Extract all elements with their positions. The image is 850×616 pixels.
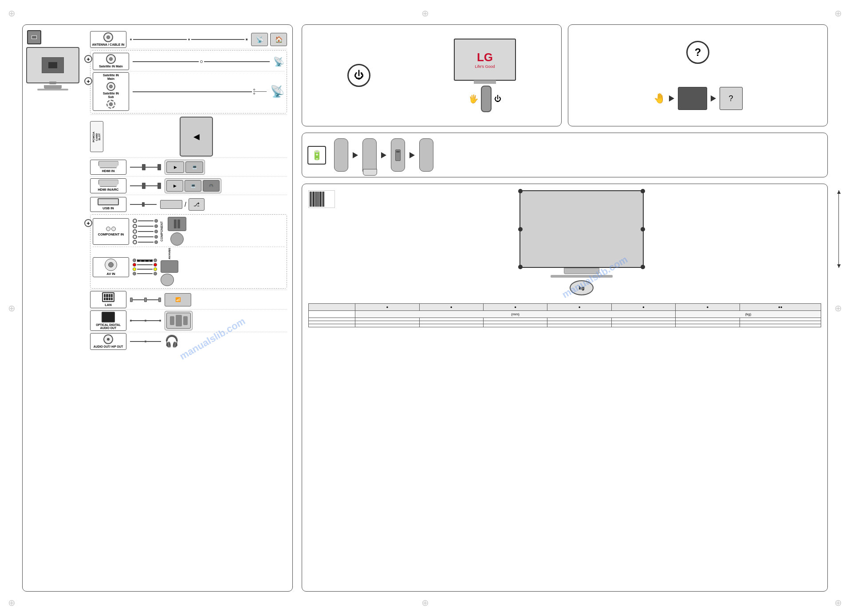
component-row: COMPONENT IN COMPONENT	[93, 216, 284, 247]
av-in-port-label: AV IN	[93, 257, 129, 277]
subheader-kg: (kg)	[676, 311, 821, 318]
usb-port-label: USB IN	[90, 197, 126, 212]
row1-col6	[676, 318, 740, 321]
setup-arrow-1	[669, 95, 674, 102]
header-col-2: ●	[419, 304, 483, 311]
antenna-cable	[130, 39, 248, 40]
power-button-icon: ⏻	[347, 64, 370, 87]
lan-port-label: LAN	[90, 291, 126, 308]
remote-opening	[362, 138, 377, 172]
tv-screen	[26, 47, 79, 83]
tv-dim-stand	[564, 268, 599, 274]
usb-cable	[130, 202, 157, 207]
hdmi-devices: ▶ 💻	[165, 160, 205, 175]
initial-setup-box: ? 🤚 ?	[568, 24, 828, 126]
tv-dim-screen	[519, 190, 644, 268]
remote-closed	[334, 138, 348, 172]
tv-display-screen: LG Life's Good	[454, 39, 516, 81]
row1-col7	[740, 318, 821, 321]
reg-mark-bl: ⊕	[8, 597, 16, 608]
reg-mark-tl: ⊕	[8, 8, 16, 19]
header-col-6: ●	[676, 304, 740, 311]
remote-closed-2	[419, 138, 433, 172]
component-vertical-label: COMPONENT	[160, 221, 163, 242]
scale-display: kg	[570, 280, 594, 295]
satellite-group: + Satellite IN Main 📡	[90, 50, 287, 114]
usb-hub-icon: ⎇	[189, 198, 205, 211]
setup-arrow-2	[711, 95, 716, 102]
optical-port-label: OPTICAL DIGITAL AUDIO OUT	[90, 310, 126, 331]
av-in-row: AV IN AV/AVBS	[93, 247, 284, 287]
av-device	[161, 274, 174, 286]
bluray-player: ▶	[166, 161, 184, 173]
satellite-cable	[133, 60, 270, 63]
lan-row: LAN 📶	[90, 290, 287, 309]
remote-battery-box: 🔋	[302, 133, 828, 177]
satellite-main-port: Satellite INMain Satellite INSub	[93, 72, 129, 111]
page: ⊕ ⊕ ⊕ ⊕ ⊕ ⊕ ⊕ ⊕ manualslib.com manualsli…	[0, 0, 850, 616]
tv-lg-stand	[474, 80, 496, 84]
hdmi-arc-devices: ▶ 💻 🎮	[165, 178, 221, 193]
lg-tagline: Life's Good	[475, 64, 495, 69]
header-col-5: ●	[611, 304, 675, 311]
right-dimensions	[838, 190, 839, 268]
row1-col1	[355, 318, 419, 321]
component-adapter	[168, 217, 186, 246]
audio-out-row: AUDIO OUT/ H/P OUT 🎧	[90, 332, 287, 350]
tv-connector-symbol	[27, 30, 41, 44]
reg-mark-ml: ⊕	[8, 303, 16, 314]
power-symbol-small: ⏻	[494, 95, 501, 103]
setup-screen-2: ?	[720, 87, 743, 110]
header-col-1: ●	[355, 304, 419, 311]
table-row-2	[309, 321, 821, 324]
component-group: + COMPONENT IN	[90, 214, 287, 289]
measurements-table: ● ● ● ● ● ● ●● (mm) (kg)	[308, 303, 821, 327]
row2-col4	[547, 321, 611, 324]
row3-col3	[483, 324, 547, 327]
row2-col2	[419, 321, 483, 324]
plus-badge-sat2: +	[84, 77, 92, 85]
optical-cable	[130, 320, 161, 322]
tv-dim-base	[551, 275, 613, 278]
component-port-label: COMPONENT IN	[93, 218, 129, 245]
right-top-row: ⏻ LG Life's Good 🖐 ⏻	[302, 24, 828, 126]
setup-hand: 🤚	[653, 93, 665, 104]
row2-col0	[309, 321, 355, 324]
measurements-table-area: ● ● ● ● ● ● ●● (mm) (kg)	[308, 300, 821, 327]
plus-badge-comp: +	[84, 219, 92, 227]
hand-remote: 🖐 ⏻	[468, 86, 501, 112]
av-cables	[133, 259, 157, 275]
tv-stand	[44, 85, 62, 89]
tv-dimension-diagram: kg	[342, 190, 821, 295]
satellite-main-sub-row: Satellite INMain Satellite INSub	[93, 71, 284, 112]
antenna-row: ANTENNA / CABLE IN 📡 🏠	[90, 30, 287, 49]
row1-col2	[419, 318, 483, 321]
plus-badge-sat1: +	[84, 55, 92, 63]
hdmi-cable	[130, 164, 161, 170]
row3-col4	[547, 324, 611, 327]
bluray-arc: ▶	[166, 180, 183, 192]
dim-dot-br	[641, 265, 645, 269]
row2-col3	[483, 321, 547, 324]
remote-control	[481, 86, 492, 112]
speaker-system	[166, 313, 191, 329]
av-adapter	[161, 260, 178, 273]
satellite-in-row: Satellite IN Main 📡	[93, 52, 284, 71]
header-col-0	[309, 304, 355, 311]
reg-mark-mr: ⊕	[834, 303, 842, 314]
row3-col1	[355, 324, 419, 327]
audio-out-port-label: AUDIO OUT/ H/P OUT	[90, 333, 126, 349]
tv-lg-display: LG Life's Good 🖐 ⏻	[454, 39, 516, 112]
subheader-col-0	[309, 311, 355, 318]
hdmi-row: HDMI IN ▶ 💻	[90, 157, 287, 176]
pcmcia-card: ◀	[106, 117, 287, 157]
av-devices: AV/AVBS	[161, 248, 178, 286]
hdmi-arc-cable	[130, 183, 161, 189]
header-col-7: ●●	[740, 304, 821, 311]
lan-cable	[130, 298, 161, 302]
dim-dot-tr	[641, 189, 645, 193]
power-setup-box: ⏻ LG Life's Good 🖐 ⏻	[302, 24, 562, 126]
game-console: 🎮	[203, 180, 220, 192]
setup-screen-1	[678, 87, 707, 110]
comp-adapter-box	[168, 217, 186, 231]
